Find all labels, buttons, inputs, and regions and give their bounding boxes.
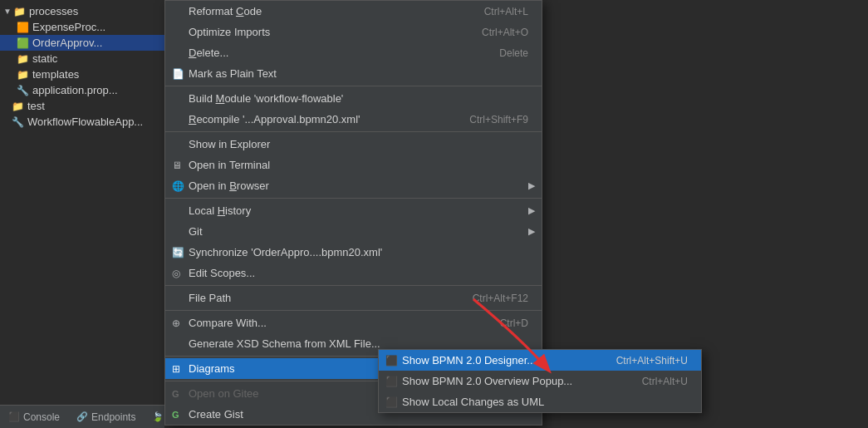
menu-git[interactable]: Git ▶	[165, 221, 542, 242]
tree-item-static[interactable]: 📁 static	[0, 51, 164, 66]
menu-separator	[165, 198, 542, 199]
menu-item-label: Local History	[189, 204, 528, 217]
file-icon: 🟧	[17, 22, 29, 33]
menu-item-label: Show in Explorer	[189, 138, 528, 150]
endpoints-tab-label: Endpoints	[91, 411, 135, 423]
tree-item-orderapproval[interactable]: 🟩 OrderApprov...	[0, 35, 164, 51]
menu-local-history[interactable]: Local History ▶	[165, 200, 542, 221]
endpoints-tab[interactable]: 🔗 Endpoints	[68, 408, 144, 426]
menu-item-label: Optimize Imports	[189, 26, 449, 38]
menu-optimize-imports[interactable]: Optimize Imports Ctrl+Alt+O	[165, 22, 542, 42]
menu-show-explorer[interactable]: Show in Explorer	[165, 134, 542, 155]
compare-icon: ⊕	[172, 317, 180, 329]
menu-item-label: Git	[189, 225, 528, 238]
tree-item-label: WorkflowFlowableApp...	[27, 116, 143, 128]
endpoints-icon: 🔗	[76, 411, 88, 422]
menu-item-shortcut: Ctrl+Alt+O	[482, 27, 528, 38]
menu-delete[interactable]: Delete... Delete	[165, 42, 542, 63]
menu-item-label: Mark as Plain Text	[189, 67, 528, 80]
submenu-arrow-icon: ▶	[528, 205, 535, 216]
tree-item-label: templates	[32, 68, 79, 81]
menu-item-label: Edit Scopes...	[189, 267, 528, 279]
menu-separator	[165, 285, 542, 286]
menu-edit-scopes[interactable]: ◎ Edit Scopes...	[165, 263, 542, 283]
menu-item-label: Open in Terminal	[189, 159, 528, 171]
menu-mark-plain-text[interactable]: 📄 Mark as Plain Text	[165, 63, 542, 84]
tree-item-processes[interactable]: ▼ 📁 processes	[0, 3, 164, 19]
menu-compare-with[interactable]: ⊕ Compare With... Ctrl+D	[165, 312, 542, 333]
tree-item-label: processes	[29, 5, 78, 17]
menu-build-module[interactable]: Build Module 'workflow-flowable'	[165, 88, 542, 109]
menu-file-path[interactable]: File Path Ctrl+Alt+F12	[165, 288, 542, 308]
tree-item-label: application.prop...	[32, 84, 118, 96]
file-icon: 🟩	[17, 37, 29, 49]
bottom-tabs: ⬛ Console 🔗 Endpoints 🍃 Sprin...	[0, 405, 164, 428]
menu-item-shortcut: Ctrl+Alt+L	[484, 6, 528, 17]
menu-item-label: Reformat Code	[189, 5, 451, 17]
menu-item-label: Generate XSD Schema from XML File...	[189, 337, 528, 350]
menu-item-label: Show BPMN 2.0 Designer...	[402, 354, 583, 367]
bpmn-designer-icon: ⬛	[385, 355, 398, 367]
browser-icon: 🌐	[172, 180, 184, 192]
spring-tab[interactable]: 🍃 Sprin...	[144, 408, 164, 426]
file-tree: ▼ 📁 processes 🟧 ExpenseProc... 🟩 OrderAp…	[0, 0, 164, 133]
scopes-icon: ◎	[172, 268, 180, 279]
submenu-arrow-icon: ▶	[528, 226, 535, 237]
tree-item-label: static	[32, 52, 57, 65]
tree-item-label: OrderApprov...	[32, 37, 102, 49]
menu-separator	[165, 310, 542, 311]
submenu-show-local-changes-uml[interactable]: ⬛ Show Local Changes as UML	[379, 391, 701, 412]
submenu-arrow-icon: ▶	[528, 180, 535, 191]
menu-item-label: Recompile '...Approval.bpmn20.xml'	[189, 113, 436, 125]
menu-separator	[165, 86, 542, 86]
menu-item-label: File Path	[189, 292, 439, 304]
menu-item-label: Compare With...	[189, 317, 467, 329]
sync-icon: 🔄	[172, 247, 184, 258]
spring-icon: 🍃	[152, 411, 164, 422]
tree-item-workflowapp[interactable]: ▶ 🔧 WorkflowFlowableApp...	[0, 114, 164, 130]
terminal-icon: 🖥	[172, 160, 182, 171]
menu-item-shortcut: Ctrl+Shift+F9	[469, 114, 528, 125]
menu-reformat-code[interactable]: Reformat Code Ctrl+Alt+L	[165, 1, 542, 22]
gitee-icon: G	[172, 389, 179, 399]
submenu-show-bpmn-designer[interactable]: ⬛ Show BPMN 2.0 Designer... Ctrl+Alt+Shi…	[379, 350, 701, 371]
uml-icon: ⬛	[385, 396, 398, 408]
menu-item-label: Show Local Changes as UML	[402, 396, 688, 408]
menu-item-shortcut: Ctrl+Alt+F12	[473, 293, 528, 304]
menu-synchronize[interactable]: 🔄 Synchronize 'OrderAppro....bpmn20.xml'	[165, 242, 542, 263]
menu-item-label: Synchronize 'OrderAppro....bpmn20.xml'	[189, 246, 528, 258]
tree-item-expense[interactable]: 🟧 ExpenseProc...	[0, 19, 164, 35]
menu-recompile[interactable]: Recompile '...Approval.bpmn20.xml' Ctrl+…	[165, 109, 542, 130]
submenu-show-bpmn-overview[interactable]: ⬛ Show BPMN 2.0 Overview Popup... Ctrl+A…	[379, 371, 701, 391]
menu-open-terminal[interactable]: 🖥 Open in Terminal	[165, 155, 542, 175]
folder-icon: 📁	[13, 6, 26, 17]
menu-item-shortcut: Ctrl+Alt+Shift+U	[616, 355, 688, 367]
menu-item-label: Build Module 'workflow-flowable'	[189, 92, 528, 105]
console-icon: ⬛	[8, 411, 20, 422]
menu-item-shortcut: Ctrl+D	[500, 317, 528, 329]
tree-item-label: test	[27, 100, 45, 112]
gist-icon: G	[172, 410, 179, 420]
tree-item-label: ExpenseProc...	[32, 21, 105, 33]
folder-icon: 📁	[17, 69, 29, 81]
plain-text-icon: 📄	[172, 68, 184, 80]
menu-item-label: Delete...	[189, 47, 466, 59]
diagrams-icon: ⊞	[172, 363, 180, 375]
file-icon: 🔧	[12, 116, 24, 128]
tree-item-appprops[interactable]: 🔧 application.prop...	[0, 82, 164, 98]
folder-icon: 📁	[17, 53, 29, 65]
menu-item-label: Open in Browser	[189, 180, 528, 192]
menu-item-shortcut: Delete	[499, 47, 528, 59]
console-tab-label: Console	[23, 411, 60, 423]
console-tab[interactable]: ⬛ Console	[0, 408, 68, 426]
menu-open-browser[interactable]: 🌐 Open in Browser ▶	[165, 175, 542, 196]
menu-item-label: Show BPMN 2.0 Overview Popup...	[402, 375, 609, 387]
expand-arrow: ▼	[3, 7, 12, 16]
tree-item-templates[interactable]: 📁 templates	[0, 66, 164, 82]
bpmn-overview-icon: ⬛	[385, 376, 398, 387]
menu-item-shortcut: Ctrl+Alt+U	[642, 376, 688, 387]
sidebar: ▼ 📁 processes 🟧 ExpenseProc... 🟩 OrderAp…	[0, 0, 164, 428]
tree-item-test[interactable]: ▶ 📁 test	[0, 98, 164, 114]
diagrams-submenu: ⬛ Show BPMN 2.0 Designer... Ctrl+Alt+Shi…	[378, 349, 702, 413]
file-icon: 🔧	[17, 85, 29, 96]
